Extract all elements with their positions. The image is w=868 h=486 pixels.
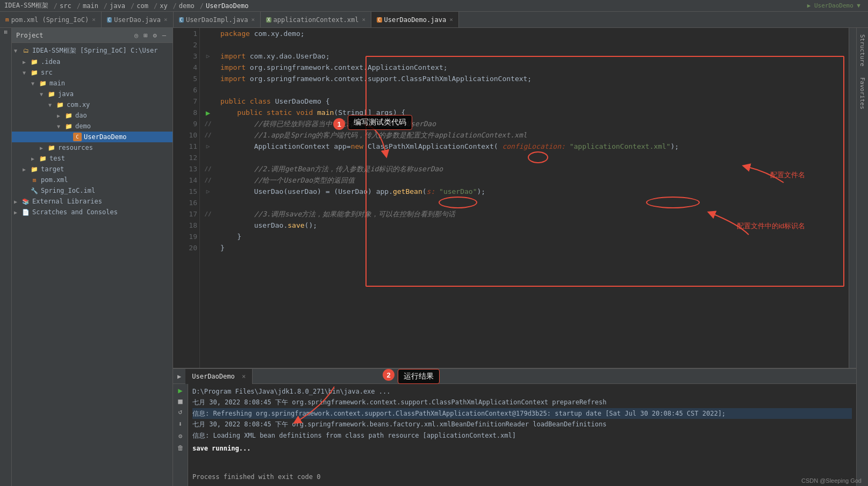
code-line-12 bbox=[220, 152, 844, 163]
tab-userDaoDemo[interactable]: C UserDaoDemo.java × bbox=[371, 12, 459, 28]
code-line-9: //获得已经放到容器当中，让Spring帮忙创建的UserDao bbox=[220, 118, 844, 129]
tree-label: com.xy bbox=[67, 101, 90, 108]
tree-item-demo[interactable]: ▼ 📁 demo bbox=[12, 121, 173, 132]
editor-scrollbar[interactable] bbox=[849, 28, 856, 368]
tree-item-target[interactable]: ▶ 📁 target bbox=[12, 164, 173, 175]
run-button[interactable]: ▶ bbox=[206, 108, 210, 117]
close-tab-appctx[interactable]: × bbox=[362, 16, 366, 23]
code-editor: 1 2 3 4 5 6 7 8 9 10 11 12 13 14 15 16 1 bbox=[173, 28, 856, 368]
tree-item-userDaoDemo[interactable]: C UserDaoDemo bbox=[12, 132, 173, 142]
project-icon[interactable]: ≡ bbox=[2, 30, 10, 34]
output-line-1: D:\Program Files\Java\jdk1.8.0_271\bin\j… bbox=[192, 386, 852, 397]
tree-label: pom.xml bbox=[41, 176, 68, 184]
structure-icon[interactable]: Structure bbox=[859, 34, 866, 67]
project-sidebar: Project ◎ ⊞ ⚙ — ▼ 🗂 IDEA-SSM框架 [Spring_I… bbox=[12, 28, 173, 486]
run-tab-label: UserDaoDemo bbox=[192, 373, 234, 380]
tab-appctx[interactable]: X applicationContext.xml × bbox=[261, 12, 371, 28]
annotation-bubble-2: 运行结果 bbox=[398, 369, 440, 384]
run-tab-userDaoDemo[interactable]: UserDaoDemo × bbox=[185, 369, 253, 384]
output-save-line: save running... bbox=[192, 443, 852, 454]
run-controls: ▶ ■ ↺ ⬇ ⚙ 🗑 bbox=[173, 384, 188, 486]
code-line-16 bbox=[220, 197, 844, 208]
code-line-19: } bbox=[220, 231, 844, 242]
tree-item-main[interactable]: ▼ 📁 main bbox=[12, 78, 173, 89]
tree-label: main bbox=[49, 79, 65, 87]
tree-item-src[interactable]: ▼ 📁 src bbox=[12, 67, 173, 78]
close-tab-pom[interactable]: × bbox=[92, 16, 96, 23]
run-scroll-btn[interactable]: ⬇ bbox=[178, 420, 183, 428]
expand-arrow: ▼ bbox=[40, 91, 47, 97]
expand-arrow: ▶ bbox=[57, 113, 64, 119]
tree-item-scratches[interactable]: ▶ 📄 Scratches and Consoles bbox=[12, 207, 173, 217]
tab-userdao[interactable]: C UserDao.java × bbox=[102, 12, 174, 28]
close-sidebar-icon[interactable]: — bbox=[162, 32, 166, 39]
tree-item-root[interactable]: ▼ 🗂 IDEA-SSM框架 [Spring_IoC] C:\User bbox=[12, 45, 173, 56]
tab-pom[interactable]: m pom.xml (Spring_IoC) × bbox=[0, 12, 102, 28]
folder-icon: 📁 bbox=[30, 68, 39, 77]
tab-userdaoimpl[interactable]: C UserDaoImpl.java × bbox=[174, 12, 261, 28]
code-line-10: //1.app是Spring的客户端代码，传入的参数是配置文件applicati… bbox=[220, 129, 844, 141]
xml-file-icon: m bbox=[30, 176, 39, 184]
tree-item-ext-libs[interactable]: ▶ 📚 External Libraries bbox=[12, 196, 173, 207]
run-indicator: ▶ UserDaoDemo ▼ bbox=[807, 2, 860, 9]
fold-icon3: ▷ bbox=[206, 188, 210, 195]
tab-icon-pom: m bbox=[5, 16, 9, 23]
tab-label-userdao: UserDao.java bbox=[114, 16, 161, 24]
expand-arrow: ▶ bbox=[14, 209, 21, 215]
run-stop-btn[interactable]: ■ bbox=[178, 397, 182, 405]
folder-icon: 📁 bbox=[39, 154, 47, 163]
tree-item-idea[interactable]: ▶ 📁 .idea bbox=[12, 56, 173, 67]
close-tab-userdaoimpl[interactable]: × bbox=[252, 16, 255, 23]
sidebar-actions: ◎ ⊞ ⚙ — bbox=[134, 32, 168, 39]
breadcrumb: demo bbox=[179, 2, 195, 10]
locate-icon[interactable]: ◎ bbox=[134, 32, 138, 39]
code-line-11: ApplicationContext app=new ClassPathXmlA… bbox=[220, 141, 844, 152]
tree-item-iml[interactable]: 🔧 Spring_IoC.iml bbox=[12, 185, 173, 196]
expand-arrow: ▼ bbox=[23, 70, 30, 76]
tree-item-test[interactable]: ▶ 📁 test bbox=[12, 153, 173, 164]
iml-file-icon: 🔧 bbox=[30, 186, 39, 195]
gear-icon[interactable]: ⚙ bbox=[153, 32, 157, 39]
code-line-13: //2.调用getBean方法，传入参数是id标识的名称userDao bbox=[220, 163, 844, 175]
tree-label: target bbox=[41, 165, 64, 173]
close-run-tab[interactable]: × bbox=[242, 373, 246, 380]
folder-icon: 📁 bbox=[47, 90, 56, 98]
tree-label: Spring_IoC.iml bbox=[41, 187, 95, 194]
run-rerun-btn[interactable]: ↺ bbox=[178, 408, 183, 416]
folder-icon: 📁 bbox=[30, 57, 39, 66]
close-tab-userDaoDemo[interactable]: × bbox=[449, 16, 453, 23]
output-line-2: 七月 30, 2022 8:08:45 下午 org.springframewo… bbox=[192, 397, 852, 408]
run-tabs: ▶ UserDaoDemo × bbox=[173, 369, 856, 384]
left-toolbar: ≡ bbox=[0, 28, 12, 486]
sidebar-header: Project ◎ ⊞ ⚙ — bbox=[12, 28, 173, 43]
output-line-3: 信息: Refreshing org.springframework.conte… bbox=[192, 408, 852, 419]
run-output-text: D:\Program Files\Java\jdk1.8.0_271\bin\j… bbox=[188, 384, 856, 486]
tree-item-comxy[interactable]: ▼ 📁 com.xy bbox=[12, 99, 173, 110]
gutter: ▷ ▶ // // ▷ // // ▷ // bbox=[200, 28, 216, 368]
fold-icon2: ▷ bbox=[206, 143, 210, 150]
code-line-2 bbox=[220, 39, 844, 50]
code-line-14: //给一个UserDao类型的返回值 bbox=[220, 175, 844, 186]
favorites-icon[interactable]: Favorites bbox=[859, 77, 866, 110]
run-settings-btn[interactable]: ⚙ bbox=[178, 432, 182, 440]
fold-line2: // bbox=[204, 165, 211, 172]
line-numbers: 1 2 3 4 5 6 7 8 9 10 11 12 13 14 15 16 1 bbox=[173, 28, 200, 368]
tree-item-resources[interactable]: ▶ 📁 resources bbox=[12, 142, 173, 153]
tree-item-pom[interactable]: m pom.xml bbox=[12, 175, 173, 185]
run-play-btn[interactable]: ▶ bbox=[178, 386, 182, 395]
tree-label: dao bbox=[75, 112, 87, 119]
code-line-8: public static void main(String[] args) { bbox=[220, 107, 844, 118]
footer-credit: CSDN @Sleeping God bbox=[801, 477, 862, 484]
code-line-20: } bbox=[220, 242, 844, 253]
close-tab-userdao[interactable]: × bbox=[164, 16, 168, 23]
breadcrumb: main bbox=[83, 2, 98, 10]
tab-label-pom: pom.xml (Spring_IoC) bbox=[11, 16, 89, 24]
folder-icon: 📁 bbox=[47, 143, 56, 152]
tree-item-dao[interactable]: ▶ 📁 dao bbox=[12, 110, 173, 121]
tab-icon-userdao: C bbox=[107, 17, 112, 23]
tree-item-java[interactable]: ▼ 📁 java bbox=[12, 89, 173, 99]
expand-icon[interactable]: ⊞ bbox=[144, 32, 147, 39]
tab-icon-userdaoimpl: C bbox=[179, 17, 184, 23]
run-trash-btn[interactable]: 🗑 bbox=[177, 444, 184, 452]
folder-icon: 📁 bbox=[30, 165, 39, 173]
